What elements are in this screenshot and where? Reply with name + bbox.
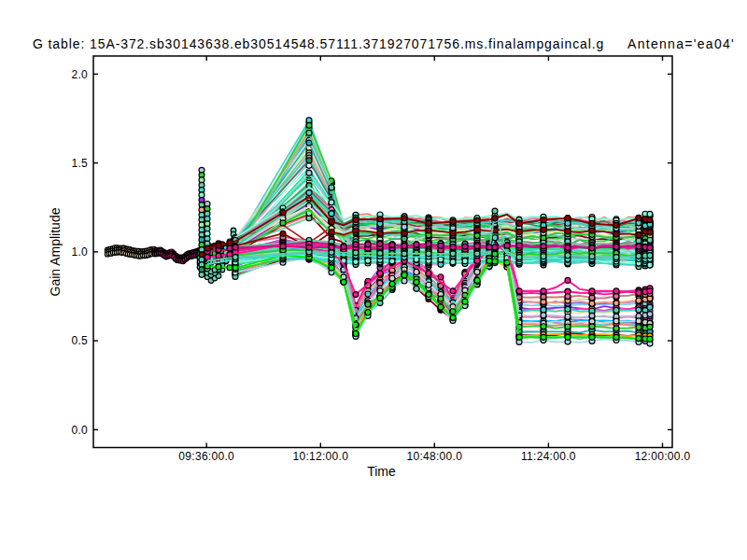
svg-text:G table: 15A-372.sb30143638.eb: G table: 15A-372.sb30143638.eb30514548.5… bbox=[33, 36, 604, 51]
svg-text:1.5: 1.5 bbox=[71, 157, 88, 170]
svg-text:0.5: 0.5 bbox=[71, 334, 88, 347]
svg-text:2.0: 2.0 bbox=[71, 68, 88, 81]
svg-text:10:48:00.0: 10:48:00.0 bbox=[406, 450, 462, 463]
svg-text:0.0: 0.0 bbox=[71, 424, 88, 437]
svg-text:Antenna='ea04': Antenna='ea04' bbox=[627, 36, 735, 51]
svg-text:Gain Amplitude: Gain Amplitude bbox=[48, 207, 63, 296]
svg-text:12:00:00.0: 12:00:00.0 bbox=[635, 450, 691, 463]
svg-text:1.0: 1.0 bbox=[71, 245, 88, 259]
svg-text:Time: Time bbox=[367, 464, 396, 479]
svg-text:10:12:00.0: 10:12:00.0 bbox=[292, 450, 348, 463]
svg-text:09:36:00.0: 09:36:00.0 bbox=[178, 450, 234, 463]
svg-text:11:24:00.0: 11:24:00.0 bbox=[521, 450, 576, 463]
